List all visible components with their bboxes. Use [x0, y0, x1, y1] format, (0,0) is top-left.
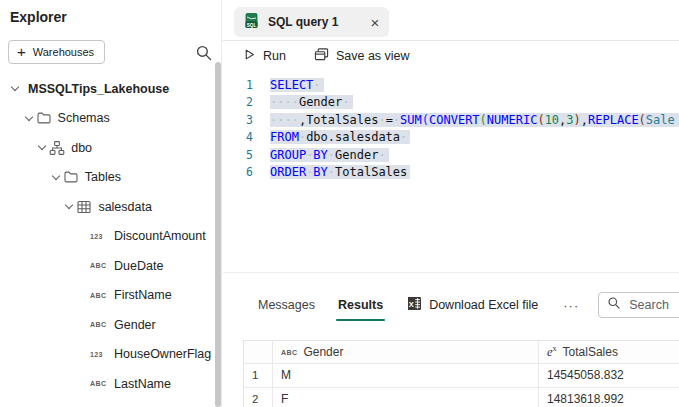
text-type-icon: ABC — [90, 321, 108, 328]
row-number-cell[interactable]: 1 — [244, 364, 273, 387]
editor-tab-bar: SQL SQL query 1 × — [223, 0, 679, 41]
editor-area: SQL SQL query 1 × Run — [223, 0, 679, 407]
tree-item-label: FirstName — [114, 288, 172, 302]
tree-item-tables[interactable]: Tables — [0, 163, 221, 193]
run-button[interactable]: Run — [243, 48, 286, 64]
save-as-view-button[interactable]: Save as view — [314, 47, 410, 65]
sql-code-editor[interactable]: 1SELECT·2····Gender·3····,TotalSales·=·S… — [223, 71, 679, 181]
tab-results[interactable]: Results — [338, 298, 383, 312]
line-number: 4 — [223, 130, 253, 144]
folder-icon — [36, 110, 52, 126]
code-line-5[interactable]: 5GROUP·BY·Gender· — [223, 146, 679, 164]
tree-item-label: DueDate — [114, 259, 163, 273]
code-line-6[interactable]: 6ORDER·BY·TotalSales — [223, 164, 679, 182]
schema-icon — [49, 140, 65, 156]
chevron-down-icon[interactable] — [62, 205, 76, 208]
fabric-sql-editor-window: Explorer + Warehouses MSSQLTips_Lakehous… — [0, 0, 679, 407]
svg-text:SQL: SQL — [247, 22, 257, 27]
results-toolbar: Messages Results X Download Excel file ·… — [223, 288, 679, 322]
explorer-scrollbar[interactable] — [215, 62, 221, 407]
tree-item-duedate[interactable]: ABCDueDate — [0, 251, 221, 281]
column-header-totalsales[interactable]: exTotalSales — [539, 341, 679, 363]
row-number-cell[interactable]: 2 — [244, 388, 273, 407]
more-options-button[interactable]: ··· — [563, 298, 579, 313]
table-row-1[interactable]: 1M14545058.832 — [244, 364, 679, 388]
tree-item-schemas[interactable]: Schemas — [0, 104, 221, 134]
chevron-down-icon[interactable] — [49, 176, 63, 179]
column-header-label: TotalSales — [563, 345, 618, 359]
line-number: 6 — [223, 165, 253, 179]
sql-file-icon: SQL — [243, 12, 260, 33]
tree-item-label: MSSQLTips_Lakehouse — [28, 82, 169, 96]
chevron-down-icon[interactable] — [35, 146, 49, 149]
save-as-view-label: Save as view — [336, 49, 410, 63]
results-table: ABCGenderexTotalSales1M14545058.8322F148… — [243, 340, 679, 407]
download-excel-button[interactable]: X Download Excel file — [407, 296, 538, 314]
tree-item-mssqltips_lakehouse[interactable]: MSSQLTips_Lakehouse — [0, 74, 221, 104]
numeric-type-icon: 123 — [90, 233, 108, 240]
code-line-text: FROM·dbo.salesdata· — [270, 130, 410, 144]
line-number: 3 — [223, 113, 253, 127]
code-line-text: ····,TotalSales·=·SUM(CONVERT(NUMERIC(10… — [270, 113, 679, 127]
code-line-1[interactable]: 1SELECT· — [223, 76, 679, 94]
tree-item-label: DiscountAmount — [114, 229, 206, 243]
tree-item-label: salesdata — [98, 200, 152, 214]
text-type-icon: ABC — [281, 349, 297, 356]
table-row-2[interactable]: 2F14813618.992 — [244, 388, 679, 407]
tree-item-discountamount[interactable]: 123DiscountAmount — [0, 222, 221, 252]
explorer-title: Explorer — [10, 9, 67, 25]
tree-item-gender[interactable]: ABCGender — [0, 310, 221, 340]
search-icon — [607, 296, 621, 314]
table-cell[interactable]: 14545058.832 — [539, 364, 679, 387]
tree-item-houseownerflag[interactable]: 123HouseOwnerFlag — [0, 340, 221, 370]
code-line-3[interactable]: 3····,TotalSales·=·SUM(CONVERT(NUMERIC(1… — [223, 111, 679, 129]
tab-close-icon[interactable]: × — [370, 15, 379, 30]
table-icon — [76, 199, 92, 215]
decimal-type-icon: ex — [547, 344, 557, 360]
download-excel-label: Download Excel file — [429, 298, 538, 312]
play-icon — [243, 48, 256, 64]
tab-title: SQL query 1 — [268, 15, 338, 29]
numeric-type-icon: 123 — [90, 351, 108, 358]
code-line-text: ····Gender· — [270, 95, 353, 109]
code-line-2[interactable]: 2····Gender· — [223, 94, 679, 112]
table-cell[interactable]: M — [273, 364, 539, 387]
table-cell[interactable]: F — [273, 388, 539, 407]
chevron-down-icon[interactable] — [8, 87, 22, 90]
code-line-4[interactable]: 4FROM·dbo.salesdata· — [223, 129, 679, 147]
column-header-gender[interactable]: ABCGender — [273, 341, 539, 363]
code-line-text: SELECT· — [270, 78, 324, 92]
text-type-icon: ABC — [90, 262, 108, 269]
run-button-label: Run — [263, 49, 286, 63]
table-corner-cell — [244, 341, 273, 363]
tree-item-dbo[interactable]: dbo — [0, 133, 221, 163]
tree-item-label: HouseOwnerFlag — [114, 347, 211, 361]
lakehouse-object-tree: MSSQLTips_LakehouseSchemasdboTablessales… — [0, 74, 221, 399]
line-number: 5 — [223, 148, 253, 162]
chevron-down-icon[interactable] — [22, 117, 36, 120]
results-search-input[interactable] — [627, 297, 679, 313]
plus-icon: + — [17, 44, 26, 59]
table-cell[interactable]: 14813618.992 — [539, 388, 679, 407]
code-line-text: GROUP·BY·Gender· — [270, 148, 389, 162]
tree-item-label: LastName — [114, 377, 171, 391]
add-warehouses-button[interactable]: + Warehouses — [8, 40, 105, 64]
code-line-text: ORDER·BY·TotalSales — [270, 165, 410, 179]
explorer-panel: Explorer + Warehouses MSSQLTips_Lakehous… — [0, 0, 222, 407]
text-type-icon: ABC — [90, 292, 108, 299]
tree-item-firstname[interactable]: ABCFirstName — [0, 281, 221, 311]
tab-sql-query-1[interactable]: SQL SQL query 1 × — [234, 7, 389, 37]
results-divider — [223, 272, 679, 273]
tree-item-salesdata[interactable]: salesdata — [0, 192, 221, 222]
tree-item-lastname[interactable]: ABCLastName — [0, 369, 221, 399]
table-header-row: ABCGenderexTotalSales — [244, 341, 679, 364]
folder-icon — [63, 169, 79, 185]
query-toolbar: Run Save as view — [223, 41, 679, 71]
save-view-icon — [314, 47, 329, 65]
explorer-search-icon[interactable] — [195, 44, 213, 62]
column-header-label: Gender — [303, 345, 343, 359]
results-search-box[interactable] — [598, 292, 679, 318]
tab-messages[interactable]: Messages — [258, 298, 315, 312]
tree-item-label: Tables — [85, 170, 121, 184]
svg-text:X: X — [409, 300, 414, 309]
